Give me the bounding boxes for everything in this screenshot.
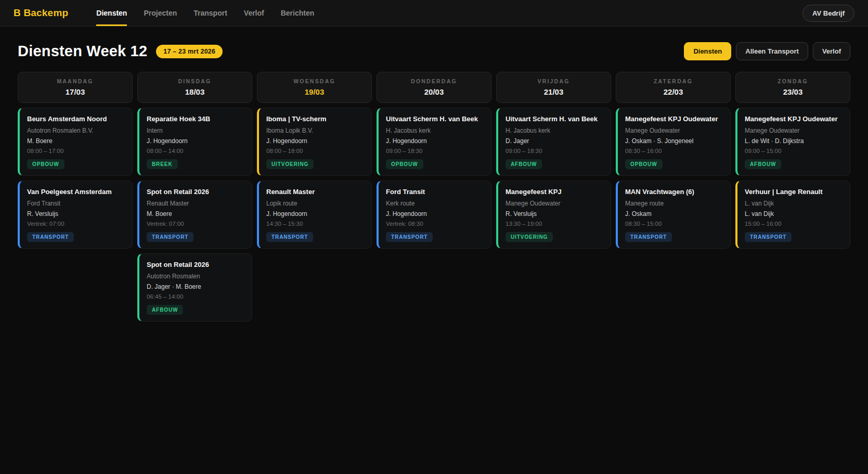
event-person: L. de Wit · D. Dijkstra	[745, 137, 843, 145]
day-header-zaterdag: ZATERDAG22/03	[616, 72, 731, 103]
day-date-label: 21/03	[499, 87, 608, 96]
nav-item-diensten[interactable]: Diensten	[96, 0, 127, 26]
nav-item-berichten[interactable]: Berichten	[281, 0, 315, 26]
event-time: 15:00 – 16:00	[745, 221, 843, 227]
date-range-badge: 17 – 23 mrt 2026	[156, 45, 223, 58]
page-header: Diensten Week 12 17 – 23 mrt 2026 Dienst…	[0, 27, 868, 72]
event-status-badge: TRANSPORT	[386, 232, 433, 242]
event-subtitle: Renault Master	[147, 200, 244, 207]
event-person: J. Hogendoorn	[147, 137, 244, 145]
event-status-badge: TRANSPORT	[266, 232, 313, 242]
event-person: J. Oskam · S. Jongeneel	[625, 137, 723, 145]
day-name-label: DINSDAG	[140, 78, 250, 84]
event-title: Ford Transit	[386, 188, 484, 196]
brand-logo[interactable]: B Backemp	[14, 7, 68, 19]
event-card[interactable]: MAN Vrachtwagen (6)Manege routeJ. Oskam0…	[616, 181, 731, 249]
event-title: Spot on Retail 2026	[147, 188, 244, 196]
event-person: D. Jager · M. Boere	[147, 283, 244, 290]
event-title: Renault Master	[266, 188, 364, 196]
event-subtitle: Manege Oudewater	[506, 200, 603, 207]
account-button[interactable]: AV Bedrijf	[802, 5, 854, 22]
event-title: Spot on Retail 2026	[147, 261, 244, 269]
filter-button-verlof[interactable]: Verlof	[813, 42, 850, 60]
event-card[interactable]: Spot on Retail 2026Autotron RosmalenD. J…	[137, 253, 252, 322]
filter-button-diensten[interactable]: Diensten	[684, 42, 731, 60]
event-time: 13:30 – 19:00	[506, 221, 603, 227]
event-card[interactable]: Uitvaart Scherm H. van BeekH. Jacobus ke…	[377, 108, 491, 176]
day-column-dinsdag: DINSDAG18/03Reparatie Hoek 34BInternJ. H…	[137, 72, 252, 322]
event-time: 09:00 – 15:00	[745, 148, 843, 154]
event-title: Uitvaart Scherm H. van Beek	[506, 116, 603, 123]
event-title: Iboma | TV-scherm	[266, 116, 364, 123]
event-card[interactable]: Manegefeest KPJ OudewaterManege Oudewate…	[616, 108, 731, 176]
event-card[interactable]: Spot on Retail 2026Renault MasterM. Boer…	[137, 181, 252, 249]
event-time: 09:00 – 18:30	[506, 148, 603, 154]
event-time: 08:00 – 14:00	[147, 148, 244, 154]
day-column-donderdag: DONDERDAG20/03Uitvaart Scherm H. van Bee…	[377, 72, 491, 249]
event-time: 06:45 – 14:00	[147, 293, 244, 300]
day-column-vrijdag: VRIJDAG21/03Uitvaart Scherm H. van BeekH…	[496, 72, 611, 249]
event-card[interactable]: Reparatie Hoek 34BInternJ. Hogendoorn08:…	[137, 108, 252, 176]
event-status-badge: TRANSPORT	[147, 232, 193, 242]
event-subtitle: L. van Dijk	[745, 200, 843, 207]
event-person: M. Boere	[27, 137, 125, 145]
event-subtitle: Autotron Rosmalen	[147, 273, 244, 280]
event-card[interactable]: Beurs Amsterdam NoordAutotron Rosmalen B…	[18, 108, 133, 176]
page-title: Diensten Week 12	[18, 43, 147, 60]
event-time: 08:00 – 18:00	[266, 148, 364, 154]
day-header-maandag: MAANDAG17/03	[18, 72, 133, 103]
event-title: Manegefeest KPJ Oudewater	[745, 116, 843, 123]
event-time: 08:30 – 16:00	[625, 148, 723, 154]
day-column-zaterdag: ZATERDAG22/03Manegefeest KPJ OudewaterMa…	[616, 72, 731, 249]
event-time: 08:00 – 17:00	[27, 148, 125, 154]
nav-item-projecten[interactable]: Projecten	[144, 0, 177, 26]
event-subtitle: Kerk route	[386, 200, 484, 207]
event-person: J. Oskam	[625, 210, 723, 217]
event-status-badge: AFBOUW	[147, 305, 183, 315]
event-card[interactable]: Uitvaart Scherm H. van BeekH. Jacobus ke…	[496, 108, 611, 176]
nav-item-verlof[interactable]: Verlof	[244, 0, 264, 26]
event-card[interactable]: Iboma | TV-schermIboma Lopik B.V.J. Hoge…	[257, 108, 372, 176]
event-person: J. Hogendoorn	[386, 210, 484, 217]
event-person: L. van Dijk	[745, 210, 843, 217]
event-subtitle: Manege route	[625, 200, 723, 207]
event-title: Uitvaart Scherm H. van Beek	[386, 116, 484, 123]
event-subtitle: Ford Transit	[27, 200, 125, 207]
event-subtitle: Manege Oudewater	[625, 127, 723, 134]
day-name-label: WOENSDAG	[260, 78, 369, 84]
event-card[interactable]: Ford TransitKerk routeJ. HogendoornVertr…	[377, 181, 491, 249]
day-column-maandag: MAANDAG17/03Beurs Amsterdam NoordAutotro…	[18, 72, 133, 249]
event-card[interactable]: Van Poelgeest AmsterdamFord TransitR. Ve…	[18, 181, 133, 249]
nav-item-transport[interactable]: Transport	[193, 0, 227, 26]
event-time: Vertrek: 07:00	[27, 221, 125, 227]
day-name-label: ZONDAG	[738, 78, 848, 84]
event-person: D. Jager	[506, 137, 603, 145]
event-time: 09:00 – 18:30	[386, 148, 484, 154]
event-subtitle: H. Jacobus kerk	[386, 127, 484, 134]
event-person: R. Versluijs	[506, 210, 603, 217]
event-title: Van Poelgeest Amsterdam	[27, 188, 125, 196]
event-title: MAN Vrachtwagen (6)	[625, 188, 723, 196]
filter-button-alleen-transport[interactable]: Alleen Transport	[736, 42, 808, 60]
event-time: 14:30 – 15:30	[266, 221, 364, 227]
event-subtitle: Autotron Rosmalen B.V.	[27, 127, 125, 134]
event-card[interactable]: Manegefeest KPJ OudewaterManege Oudewate…	[735, 108, 850, 176]
event-status-badge: TRANSPORT	[625, 232, 672, 242]
day-header-woensdag: WOENSDAG19/03	[257, 72, 372, 103]
day-name-label: MAANDAG	[20, 78, 130, 84]
event-card[interactable]: Verhuur | Lange RenaultL. van DijkL. van…	[735, 181, 850, 249]
day-name-label: DONDERDAG	[379, 78, 489, 84]
event-time: 08:30 – 15:00	[625, 221, 723, 227]
day-header-vrijdag: VRIJDAG21/03	[496, 72, 611, 103]
main-content: Diensten Week 12 17 – 23 mrt 2026 Dienst…	[0, 27, 868, 322]
event-title: Reparatie Hoek 34B	[147, 116, 244, 123]
event-person: R. Versluijs	[27, 210, 125, 217]
week-grid: MAANDAG17/03Beurs Amsterdam NoordAutotro…	[0, 72, 868, 322]
day-header-zondag: ZONDAG23/03	[735, 72, 850, 103]
event-title: Manegefeest KPJ	[506, 188, 603, 196]
event-subtitle: Iboma Lopik B.V.	[266, 127, 364, 134]
event-title: Beurs Amsterdam Noord	[27, 116, 125, 123]
event-card[interactable]: Renault MasterLopik routeJ. Hogendoorn14…	[257, 181, 372, 249]
event-card[interactable]: Manegefeest KPJManege OudewaterR. Verslu…	[496, 181, 611, 249]
day-header-donderdag: DONDERDAG20/03	[377, 72, 491, 103]
